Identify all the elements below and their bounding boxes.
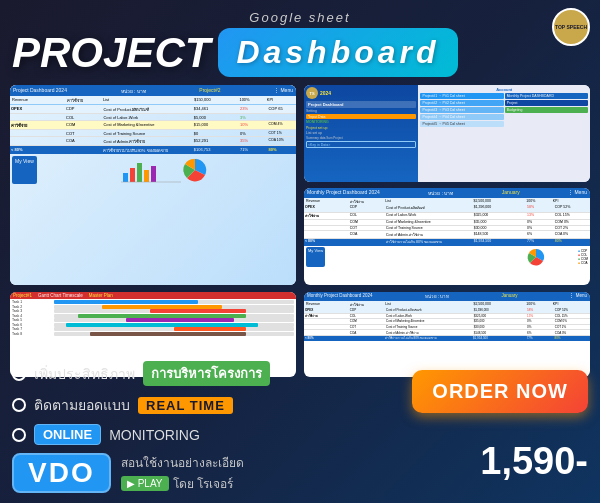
subtitle-label: Google sheet: [249, 10, 350, 25]
ss-title: Project Dashboard 2024: [13, 87, 67, 95]
m-chart: ■ CDP ■ COL ■ COM ■ COA: [325, 247, 588, 267]
dashboard-screenshot: Project Dashboard 2024 หน่วย : บาท Proje…: [10, 85, 296, 285]
myview-row: My View: [10, 156, 296, 184]
gantt-row5: Task 5: [12, 318, 294, 322]
vdo-teacher-row: ▶ PLAY โดย โรเจอร์: [121, 474, 244, 493]
m-total-sub: [349, 239, 385, 246]
m-list: List: [385, 199, 473, 205]
play-button[interactable]: ▶ PLAY: [121, 476, 169, 491]
preview-account[interactable]: TS 2024 Project Dashboard Setting *Input…: [304, 85, 590, 182]
preview-project-dashboard[interactable]: Project Dashboard 2024 หน่วย : บาท Proje…: [10, 85, 296, 285]
m2-k2: COL 15%: [554, 314, 590, 319]
m-col-name: Cost of Labor-Work: [385, 213, 473, 220]
m-col-pct: 13%: [526, 213, 554, 220]
m-empty3: [304, 231, 349, 238]
m-coa: COA: [349, 231, 385, 238]
m2-p5: 6%: [526, 330, 554, 335]
title-project: PROJECT: [12, 32, 210, 74]
m-pie: [526, 247, 576, 267]
feature-2-prefix: ติดตามยอดแบบ: [34, 394, 130, 416]
svg-rect-2: [137, 163, 142, 182]
col-kpi: KPI: [267, 97, 294, 104]
svg-rect-0: [123, 173, 128, 182]
preview-monthly[interactable]: Monthly Project Dashboard 2024 หน่วย : บ…: [304, 188, 590, 285]
row-amount-total: $106,753: [193, 146, 239, 154]
empty1: [505, 114, 588, 120]
row-cat5: [10, 137, 65, 145]
badge-online: ONLINE: [34, 424, 101, 445]
monthly-proj: Monthly Project DASHBOARD: [505, 93, 588, 99]
g-bar-bg5: [54, 318, 294, 322]
proj1: Project#1 → P#1 Cal sheet: [420, 93, 503, 99]
m-cot: COT: [349, 226, 385, 231]
g-task7: Task 7: [12, 327, 52, 331]
row-cat3: ค่าใช้จ่าย: [10, 121, 65, 129]
ss-menu: ⋮ Menu: [274, 87, 293, 95]
m2-p4: 0%: [526, 325, 554, 330]
g-task5: Task 5: [12, 318, 52, 322]
m2-n5: Cost of Admin.ค่าใช้จ่าย: [385, 330, 473, 335]
row-desc-total: ค่าใช้จ่ายรวมไม่เกิน80% ของยอดขาย: [102, 146, 192, 154]
row-amount2: $5,000: [193, 114, 239, 120]
row-pct2: 3%: [239, 114, 268, 120]
m-row2: ค่าใช้จ่าย COL Cost of Labor-Work $325,0…: [304, 213, 590, 221]
gantt-body: Task 1 Task 2 Task 3 Task 4: [10, 299, 296, 337]
setting-label: Setting: [306, 109, 416, 113]
m-total-kpi: 80%: [554, 239, 590, 246]
teacher-name: โดย โรเจอร์: [173, 474, 233, 493]
bar-chart: [121, 158, 181, 183]
g-bar1: [54, 300, 198, 304]
m2-tot-pct: 77%: [526, 336, 554, 341]
row-sub4: COT: [65, 130, 102, 136]
m2-s3: COM: [349, 319, 385, 324]
m-cdp-pct: 58%: [526, 205, 554, 212]
bullet-1: [12, 367, 26, 381]
svg-rect-1: [130, 168, 135, 182]
row-sub2: COL: [65, 114, 102, 120]
m-cost: ค่าใช้จ่าย: [350, 199, 385, 205]
feature-3-suffix: MONITORING: [109, 427, 200, 443]
row-pct-total: 71%: [239, 146, 268, 154]
row-amount4: $0: [193, 130, 239, 136]
myview-label: My View: [12, 156, 37, 184]
account-header-text: Account: [420, 87, 588, 92]
g-bar-bg2: [54, 305, 294, 309]
gantt-header: Project#1 Gantt Chart Timescale Master P…: [10, 292, 296, 299]
m2-n4: Cost of Training Source: [385, 325, 473, 330]
row-pct4: 0%: [239, 130, 268, 136]
m-row1: OPEX CDP Cost of Product-ผลิตภัณฑ์ $1,39…: [304, 205, 590, 213]
g-bar-bg1: [54, 300, 294, 304]
bullet-3: [12, 428, 26, 442]
m2-cat4: [304, 325, 349, 330]
row-cat2: [10, 114, 65, 120]
leg4: ■ COA: [578, 261, 588, 265]
order-now-button[interactable]: ORDER NOW: [412, 370, 588, 413]
g-bar8: [90, 332, 246, 336]
m2-s4: COT: [349, 325, 385, 330]
ss-unit: หน่วย : บาท: [121, 87, 146, 95]
g-task8: Task 8: [12, 332, 52, 336]
m2-a2: $325,000: [473, 314, 526, 319]
g-task6: Task 6: [12, 323, 52, 327]
row-amount5: $52,291: [193, 137, 239, 145]
vdo-badge: VDO: [12, 453, 111, 493]
row-pct: 23%: [239, 105, 268, 113]
m-cdp-kpi: COP 52%: [554, 205, 590, 212]
svg-rect-4: [151, 166, 156, 182]
m2-pct-hdr: 100%: [526, 302, 552, 308]
g-task2: Task 2: [12, 305, 52, 309]
col-list: List: [103, 97, 194, 104]
m-cot-name: Cost of Training Source: [385, 226, 473, 231]
m-opex: OPEX: [304, 205, 349, 212]
m2-tot-kpi: 80%: [554, 336, 591, 341]
m-com-amt: $35,000: [473, 220, 526, 225]
row-name4: Cost of Training Source: [102, 130, 192, 136]
brand-logo: TOP SPEECH: [552, 8, 590, 46]
m-com-name: Cost of Marketing &Incentive: [385, 220, 473, 225]
m2-k4: COT 2%: [554, 325, 590, 330]
m-com-kpi: COM 0%: [554, 220, 590, 225]
m-legend: ■ CDP ■ COL ■ COM ■ COA: [578, 249, 588, 265]
m-coa-pct: 6%: [526, 231, 554, 238]
monthly-header: Monthly Project Dashboard 2024 หน่วย : บ…: [304, 188, 590, 198]
proj5: Project#5 → P#5 Cal sheet: [420, 121, 503, 127]
